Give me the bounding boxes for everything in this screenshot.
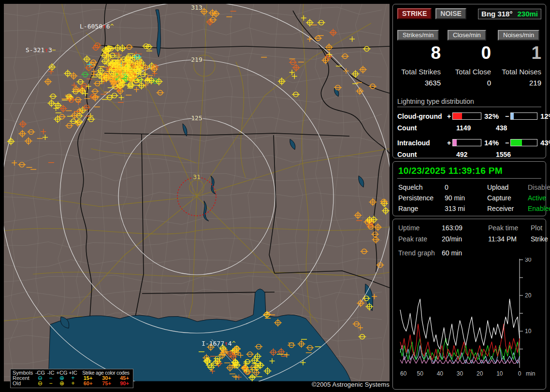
ic-count-label: Count xyxy=(397,151,446,158)
svg-text:10: 10 xyxy=(525,328,532,335)
svg-text:20: 20 xyxy=(477,370,483,377)
noises-per-min-value: 1 xyxy=(498,43,541,63)
svg-text:min: min xyxy=(526,370,535,377)
svg-text:125: 125 xyxy=(191,114,202,122)
range-value: 313 mi xyxy=(445,205,487,212)
trend-panel: Uptime 163:09 Peak time Plot Peak rate 2… xyxy=(392,219,546,390)
ic-pos-pct: 14% xyxy=(481,139,504,147)
total-noises-label: Total Noises xyxy=(498,68,541,76)
trend-graph: 1020306050403020100min xyxy=(397,258,542,384)
lightning-map[interactable]: 31321912531L-6050↑6^S-321↑3−I-1677↑4^ Sy… xyxy=(4,4,390,381)
svg-text:0: 0 xyxy=(518,370,521,377)
svg-text:S-321↑3−: S-321↑3− xyxy=(26,46,56,54)
total-noises-value: 219 xyxy=(498,79,541,87)
strikes-per-min-chip: Strikes/min xyxy=(397,30,439,41)
svg-text:219: 219 xyxy=(191,56,202,63)
cloud-ground-label: Cloud-ground xyxy=(397,112,446,120)
ic-neg-pct: 43% xyxy=(537,139,550,147)
total-close-value: 0 xyxy=(448,79,491,87)
cg-pos-count: 1149 xyxy=(446,124,496,132)
datetime-readout: 10/23/2025 11:39:16 PM xyxy=(397,165,541,179)
app-window: 31321912531L-6050↑6^S-321↑3−I-1677↑4^ Sy… xyxy=(0,0,550,392)
peak-time-label: Peak time xyxy=(488,224,531,232)
peak-rate-label: Peak rate xyxy=(398,235,442,243)
close-per-min-value: 0 xyxy=(448,43,491,63)
plus-sign: + xyxy=(446,139,452,147)
trend-graph-value: 60 min xyxy=(442,249,541,257)
receiver-status: Enabled xyxy=(528,205,550,212)
bearing-readout: Bng 318° 230mi xyxy=(478,9,541,19)
svg-text:20: 20 xyxy=(525,292,532,299)
peak-time-value: 11:34 PM xyxy=(488,235,531,243)
noises-per-min-chip: Noises/min xyxy=(498,30,539,41)
intracloud-label: Intracloud xyxy=(397,139,446,147)
svg-text:I-1677↑4^: I-1677↑4^ xyxy=(202,340,236,347)
strike-lamp: STRIKE xyxy=(397,8,432,19)
map-canvas[interactable]: 31321912531L-6050↑6^S-321↑3−I-1677↑4^ xyxy=(4,4,390,381)
persistence-label: Persistence xyxy=(398,194,445,202)
range-label: Range xyxy=(398,205,445,212)
svg-text:10: 10 xyxy=(496,370,503,377)
total-strikes-value: 3635 xyxy=(397,79,441,87)
ic-neg-count: 1556 xyxy=(496,151,541,158)
svg-text:L-6050↑6^: L-6050↑6^ xyxy=(80,23,114,30)
trend-graph-label: Trend graph xyxy=(398,249,442,257)
plus-sign: + xyxy=(446,112,452,120)
capture-label: Capture xyxy=(487,194,528,202)
status-panel: 10/23/2025 11:39:16 PM Squelch 0 Upload … xyxy=(392,161,546,216)
close-per-min-chip: Close/min xyxy=(448,30,486,41)
squelch-value: 0 xyxy=(445,183,487,191)
plot-value: Strike xyxy=(531,235,548,243)
svg-text:30: 30 xyxy=(457,370,463,377)
minus-sign: − xyxy=(504,139,510,147)
plot-label: Plot xyxy=(531,224,542,232)
cg-neg-pct: 12% xyxy=(537,112,550,120)
uptime-label: Uptime xyxy=(398,224,442,232)
svg-text:40: 40 xyxy=(437,370,444,377)
receiver-label: Receiver xyxy=(487,205,528,212)
noise-lamp: NOISE xyxy=(435,8,466,19)
persistence-value: 90 min xyxy=(445,194,487,202)
svg-text:31: 31 xyxy=(193,173,201,181)
distribution-title: Lightning type distribution xyxy=(397,98,541,107)
svg-text:50: 50 xyxy=(417,370,423,377)
strike-stats-panel: STRIKE NOISE Bng 318° 230mi Strikes/min … xyxy=(392,4,546,158)
copyright-text: ©2005 Astrogenic Systems xyxy=(4,381,390,388)
capture-status: Active xyxy=(528,194,546,202)
strikes-per-min-value: 8 xyxy=(397,43,441,63)
uptime-value: 163:09 xyxy=(442,224,488,232)
cg-pos-pct: 32% xyxy=(481,112,504,120)
cg-neg-bar xyxy=(510,112,537,120)
svg-text:30: 30 xyxy=(525,258,532,263)
total-close-label: Total Close xyxy=(448,68,491,76)
minus-sign: − xyxy=(504,112,510,120)
total-strikes-label: Total Strikes xyxy=(397,68,441,76)
cg-count-label: Count xyxy=(397,124,446,132)
squelch-label: Squelch xyxy=(398,183,445,191)
svg-text:313: 313 xyxy=(191,4,202,11)
svg-text:60: 60 xyxy=(400,370,407,377)
cg-pos-bar xyxy=(452,112,481,120)
upload-status: Disabled xyxy=(528,183,550,191)
bearing-value: Bng 318° xyxy=(481,10,512,18)
ic-neg-bar xyxy=(510,139,537,146)
ic-pos-count: 492 xyxy=(446,151,496,158)
ic-pos-bar xyxy=(452,139,481,146)
bearing-range: 230mi xyxy=(517,10,538,18)
peak-rate-value: 20/min xyxy=(442,235,488,243)
cg-neg-count: 438 xyxy=(496,124,541,132)
upload-label: Upload xyxy=(487,183,528,191)
